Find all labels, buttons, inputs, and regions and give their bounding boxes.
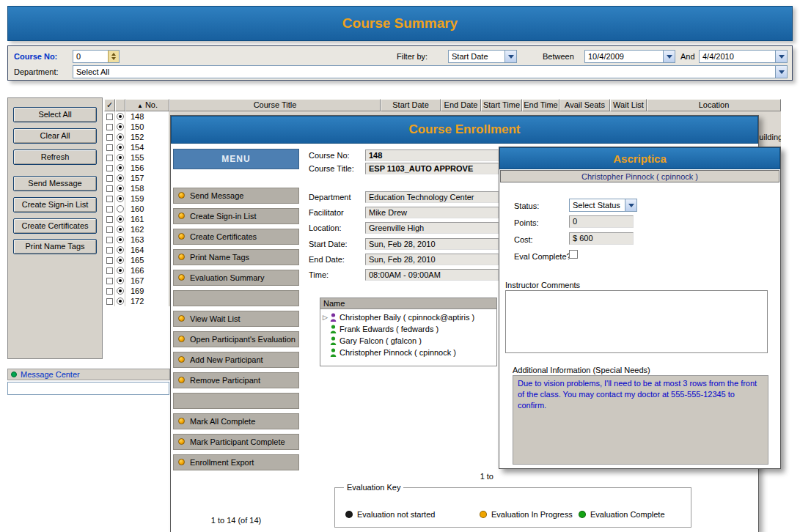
filter-by-dropdown-button[interactable]	[504, 51, 516, 62]
row-checkbox[interactable]	[106, 155, 113, 161]
department-dropdown-button[interactable]	[775, 66, 787, 78]
menu-item-mark-participant-complete[interactable]: Mark Participant Complete	[173, 434, 299, 450]
row-radio[interactable]	[117, 185, 124, 192]
row-checkbox[interactable]	[106, 288, 113, 295]
row-radio[interactable]	[117, 226, 124, 233]
participant-pagination: 1 to	[464, 472, 493, 481]
menu-item-enrollment-export[interactable]: Enrollment Export	[173, 454, 299, 470]
row-checkbox[interactable]	[106, 196, 113, 202]
row-checkbox[interactable]	[106, 278, 113, 284]
menu-item-send-message[interactable]: Send Message	[173, 188, 299, 204]
row-radio[interactable]	[117, 287, 124, 295]
row-checkbox[interactable]	[106, 267, 113, 274]
panel-button-clear-all[interactable]: Clear All	[13, 128, 97, 144]
course-no-input[interactable]: 0	[73, 50, 120, 63]
row-checkbox[interactable]	[106, 226, 113, 233]
row-radio[interactable]	[117, 205, 124, 213]
row-checkbox[interactable]	[106, 144, 113, 151]
row-checkbox[interactable]	[106, 216, 113, 223]
row-checkbox[interactable]	[106, 124, 113, 130]
eval-complete-checkbox[interactable]	[569, 250, 578, 259]
column-header-check[interactable]: ✓	[104, 99, 115, 111]
panel-button-send-message[interactable]: Send Message	[13, 176, 97, 191]
between-date-select[interactable]: 10/4/2009	[584, 50, 675, 63]
row-radio[interactable]	[117, 277, 124, 284]
column-header-avail-seats[interactable]: Avail Seats	[559, 99, 610, 111]
menu-item-create-sign-in-list[interactable]: Create Sign-in List	[173, 208, 299, 224]
cost-input[interactable]: $ 600	[569, 232, 634, 245]
status-select[interactable]: Select Status	[569, 199, 637, 212]
row-radio[interactable]	[117, 174, 124, 182]
menu-item-add-new-participant[interactable]: Add New Participant	[173, 352, 299, 368]
participant-row[interactable]: Frank Edwards ( fedwards )	[320, 323, 496, 335]
menu-item-evaluation-summary[interactable]: Evaluation Summary	[173, 270, 299, 286]
row-checkbox[interactable]	[106, 257, 113, 264]
panel-button-print-name-tags[interactable]: Print Name Tags	[13, 239, 97, 254]
column-header-radio[interactable]	[115, 99, 125, 111]
row-radio[interactable]	[117, 236, 124, 243]
row-radio[interactable]	[117, 215, 124, 223]
row-radio[interactable]	[117, 144, 124, 151]
menu-item-label: Print Name Tags	[190, 253, 249, 262]
row-radio[interactable]	[117, 113, 124, 120]
row-radio[interactable]	[117, 246, 124, 254]
menu-item-create-certificates[interactable]: Create Certificates	[173, 229, 299, 245]
row-checkbox[interactable]	[106, 247, 113, 254]
row-checkbox[interactable]	[106, 298, 113, 305]
and-dropdown-button[interactable]	[775, 51, 787, 62]
row-course-no: 157	[125, 173, 169, 183]
department-select[interactable]: Select All	[73, 65, 788, 78]
detail-value-facilitator: Mike Drew	[365, 207, 499, 218]
panel-button-create-sign-in-list[interactable]: Create Sign-in List	[13, 197, 97, 213]
spinner-down-icon[interactable]	[111, 57, 116, 60]
participant-row[interactable]: Christopher Pinnock ( cpinnock )	[320, 347, 496, 358]
row-radio[interactable]	[117, 123, 124, 130]
row-checkbox[interactable]	[106, 165, 113, 171]
panel-button-create-certificates[interactable]: Create Certificates	[13, 218, 97, 234]
row-radio[interactable]	[117, 298, 124, 305]
row-check-cell	[104, 193, 115, 204]
row-checkbox[interactable]	[106, 185, 113, 192]
row-radio[interactable]	[117, 164, 124, 171]
menu-item-view-wait-list[interactable]: View Wait List	[173, 311, 299, 327]
participant-row[interactable]: Gary Falcon ( gfalcon )	[320, 335, 496, 347]
row-checkbox[interactable]	[106, 175, 113, 182]
column-header-location[interactable]: Location	[647, 99, 781, 111]
course-no-spinner[interactable]	[108, 51, 119, 62]
menu-item-remove-participant[interactable]: Remove Participant	[173, 372, 299, 388]
tree-expander-icon[interactable]: ▷	[323, 311, 328, 323]
column-header-course-title[interactable]: Course Title	[169, 99, 381, 111]
row-radio[interactable]	[117, 154, 124, 161]
menu-item-open-participant-s-evaluation[interactable]: Open Participant's Evaluation	[173, 331, 299, 347]
instructor-comments-textarea[interactable]	[505, 290, 768, 353]
row-radio[interactable]	[117, 195, 124, 202]
menu-header: MENU	[173, 149, 299, 169]
between-dropdown-button[interactable]	[663, 51, 675, 62]
row-checkbox[interactable]	[106, 134, 113, 141]
points-input[interactable]: 0	[569, 215, 634, 228]
and-date-value: 4/4/2010	[702, 52, 734, 61]
row-checkbox[interactable]	[106, 237, 113, 243]
panel-button-select-all[interactable]: Select All	[13, 107, 97, 122]
message-center-input[interactable]	[7, 382, 169, 395]
menu-item-mark-all-complete[interactable]: Mark All Complete	[173, 413, 299, 429]
participant-row[interactable]: ▷Christopher Baily ( cpinnock@aptiris )	[320, 311, 496, 323]
row-checkbox[interactable]	[106, 206, 113, 213]
column-header-wait-list[interactable]: Wait List	[610, 99, 647, 111]
person-icon	[330, 348, 337, 357]
column-header-start-time[interactable]: Start Time	[481, 99, 522, 111]
column-header-end-date[interactable]: End Date	[441, 99, 481, 111]
filter-by-select[interactable]: Start Date	[448, 50, 517, 63]
column-header-start-date[interactable]: Start Date	[381, 99, 441, 111]
menu-item-print-name-tags[interactable]: Print Name Tags	[173, 249, 299, 265]
and-date-select[interactable]: 4/4/2010	[699, 50, 788, 63]
spinner-up-icon[interactable]	[111, 53, 116, 56]
row-radio[interactable]	[117, 133, 124, 141]
row-checkbox[interactable]	[106, 114, 113, 120]
column-header-no[interactable]: ▲No.	[125, 99, 169, 111]
status-dropdown-button[interactable]	[625, 199, 636, 211]
column-header-end-time[interactable]: End Time	[522, 99, 559, 111]
row-radio[interactable]	[117, 267, 124, 274]
panel-button-refresh[interactable]: Refresh	[13, 149, 97, 165]
row-radio[interactable]	[117, 256, 124, 264]
